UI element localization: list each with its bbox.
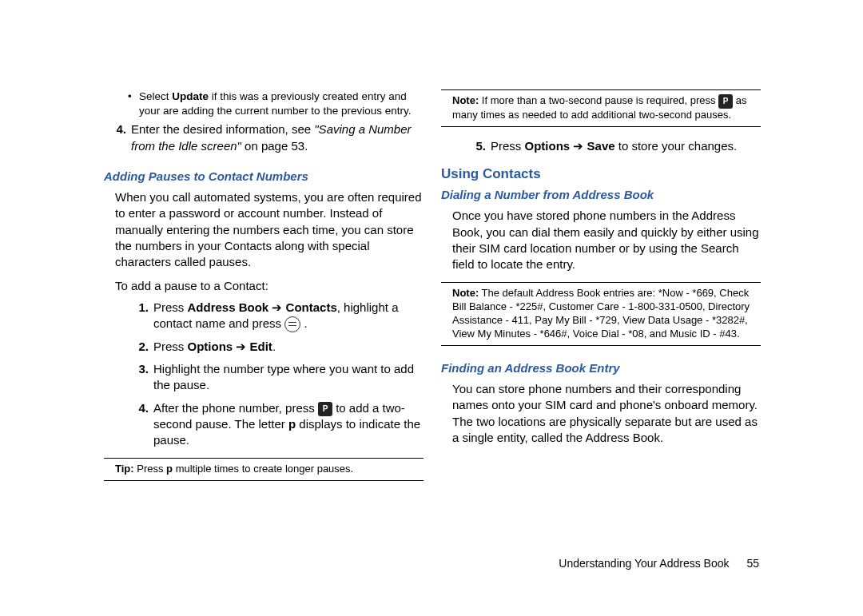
step-text: Enter the desired information, see "Savi… — [131, 121, 424, 154]
text: The default Address Book entries are: *N… — [452, 287, 750, 340]
text: Enter the desired information, see — [131, 122, 314, 136]
note-box: Note: The default Address Book entries a… — [441, 282, 761, 346]
text: If more than a two-second pause is requi… — [479, 94, 718, 106]
left-column: • Select Update if this was a previously… — [104, 89, 424, 616]
text-bold: p — [288, 417, 296, 431]
text-bold: Options — [188, 340, 233, 353]
text: Press — [491, 139, 525, 153]
page: • Select Update if this was a previously… — [0, 0, 863, 616]
list-step-3: 3. Highlight the number type where you w… — [104, 361, 424, 394]
text-bold: Address Book — [188, 300, 269, 314]
heading-finding: Finding an Address Book Entry — [441, 360, 761, 376]
step-number: 2. — [126, 339, 153, 355]
text: multiple times to create longer pauses. — [173, 463, 353, 475]
text-bold: Save — [587, 139, 615, 153]
step-text: Press Address Book ➔ Contacts, highlight… — [153, 300, 424, 332]
text: Press — [153, 340, 188, 353]
paragraph: To add a pause to a Contact: — [115, 278, 424, 294]
text: Press — [134, 463, 166, 475]
text: Select — [139, 90, 172, 102]
text: Press — [153, 300, 188, 314]
step-number: 5. — [463, 138, 491, 154]
text-bold: p — [166, 463, 173, 475]
tip-label: Tip: — [115, 463, 134, 475]
step-5: 5. Press Options ➔ Save to store your ch… — [441, 138, 761, 154]
text: . — [272, 340, 276, 353]
tip-box: Tip: Press p multiple times to create lo… — [104, 458, 424, 481]
step-number: 3. — [126, 361, 153, 394]
paragraph: When you call automated systems, you are… — [115, 189, 424, 270]
paragraph: Once you have stored phone numbers in th… — [452, 208, 761, 272]
text: on page 53. — [241, 139, 308, 153]
text-bold: Edit — [250, 340, 272, 353]
text: After the phone number, press — [153, 401, 318, 415]
heading-dialing: Dialing a Number from Address Book — [441, 187, 761, 203]
pause-key-icon: P — [318, 402, 332, 416]
text: . — [300, 316, 307, 330]
step-text: Press Options ➔ Save to store your chang… — [491, 138, 761, 154]
arrow-icon: ➔ — [570, 139, 587, 153]
heading-adding-pauses: Adding Pauses to Contact Numbers — [104, 169, 424, 185]
step-number: 4. — [104, 121, 131, 154]
heading-using-contacts: Using Contacts — [441, 165, 761, 184]
step-text: After the phone number, press P to add a… — [153, 400, 424, 449]
step-4: 4. Enter the desired information, see "S… — [104, 121, 424, 154]
note-box: Note: If more than a two-second pause is… — [441, 89, 761, 127]
pause-key-icon: P — [718, 94, 733, 109]
text-bold: Contacts — [286, 300, 337, 314]
note-label: Note: — [452, 287, 479, 299]
step-text: Highlight the number type where you want… — [153, 361, 424, 394]
arrow-icon: ➔ — [233, 340, 249, 353]
step-number: 1. — [126, 300, 153, 332]
paragraph: You can store phone numbers and their co… — [452, 381, 761, 446]
text-bold: Update — [172, 90, 209, 102]
page-number: 55 — [746, 557, 759, 570]
right-column: Note: If more than a two-second pause is… — [441, 89, 761, 616]
text: to store your changes. — [615, 139, 738, 153]
bullet-item: • Select Update if this was a previously… — [104, 89, 424, 118]
footer: Understanding Your Address Book 55 — [559, 557, 759, 570]
list-step-1: 1. Press Address Book ➔ Contacts, highli… — [104, 300, 424, 332]
step-text: Press Options ➔ Edit. — [153, 339, 424, 355]
step-number: 4. — [126, 400, 153, 449]
footer-text: Understanding Your Address Book — [559, 557, 729, 570]
list-step-2: 2. Press Options ➔ Edit. — [104, 339, 424, 355]
list-step-4: 4. After the phone number, press P to ad… — [104, 400, 424, 449]
center-select-icon — [284, 316, 300, 332]
text-bold: Options — [525, 139, 571, 153]
bullet-dot: • — [104, 89, 139, 118]
arrow-icon: ➔ — [268, 300, 285, 314]
bullet-text: Select Update if this was a previously c… — [139, 89, 424, 118]
note-label: Note: — [452, 94, 479, 106]
